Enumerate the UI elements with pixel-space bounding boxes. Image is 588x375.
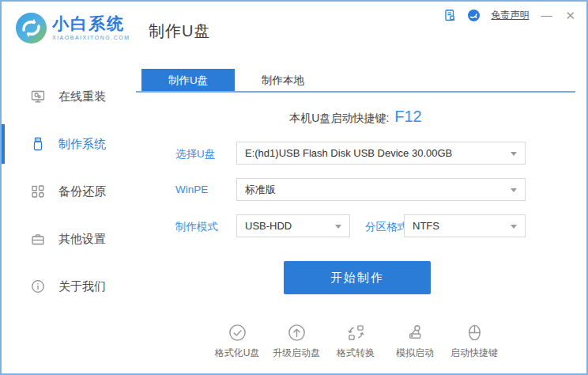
make-mode-label: 制作模式 bbox=[175, 220, 218, 234]
boot-hotkey-line: 本机U盘启动快捷键: F12 bbox=[136, 108, 575, 126]
tool-boot-hotkey[interactable]: 启动快捷键 bbox=[445, 323, 504, 360]
titlebar-controls: 免责声明 — ✕ bbox=[443, 9, 577, 22]
usb-drive-icon bbox=[30, 136, 46, 152]
tool-label: 格式转换 bbox=[337, 347, 375, 360]
brand-name: 小白系统 bbox=[52, 14, 130, 33]
close-button[interactable]: ✕ bbox=[564, 9, 577, 22]
tool-label: 格式化U盘 bbox=[215, 347, 260, 360]
start-make-button[interactable]: 开始制作 bbox=[284, 261, 431, 294]
tool-label: 模拟启动 bbox=[396, 347, 434, 360]
stamp-icon bbox=[405, 323, 425, 343]
tool-format-usb[interactable]: 格式化U盘 bbox=[208, 323, 267, 360]
partition-format-select[interactable]: NTFS bbox=[404, 214, 526, 237]
sidebar-item-online-reinstall[interactable]: 在线重装 bbox=[2, 73, 136, 120]
boot-hotkey-value: F12 bbox=[394, 108, 421, 126]
sidebar: 在线重装 制作系统 备份还原 bbox=[2, 73, 136, 310]
chevron-down-icon bbox=[511, 225, 517, 229]
boot-hotkey-label: 本机U盘启动快捷键: bbox=[289, 112, 389, 126]
tab-make-usb[interactable]: 制作U盘 bbox=[141, 69, 235, 92]
winpe-select[interactable]: 标准版 bbox=[236, 178, 526, 201]
convert-icon bbox=[346, 323, 366, 343]
usb-drive-select-value: E:(hd1)USB Flash Disk USB Device 30.00GB bbox=[245, 147, 452, 159]
sidebar-item-backup-restore[interactable]: 备份还原 bbox=[2, 168, 136, 215]
grid-icon bbox=[30, 184, 46, 199]
tool-format-convert[interactable]: 格式转换 bbox=[326, 323, 386, 360]
chevron-down-icon bbox=[335, 225, 341, 229]
chevron-down-icon bbox=[511, 188, 517, 192]
sidebar-item-label: 其他设置 bbox=[58, 232, 106, 247]
monitor-icon bbox=[30, 89, 46, 104]
usb-drive-select[interactable]: E:(hd1)USB Flash Disk USB Device 30.00GB bbox=[236, 142, 526, 165]
briefcase-icon bbox=[30, 231, 46, 247]
minimize-button[interactable]: — bbox=[539, 9, 553, 22]
winpe-label: WinPE bbox=[175, 184, 208, 195]
sidebar-item-make-system[interactable]: 制作系统 bbox=[2, 120, 136, 168]
globe-swirl-icon[interactable] bbox=[467, 9, 481, 22]
sidebar-item-label: 制作系统 bbox=[58, 137, 106, 152]
app-logo-icon bbox=[14, 11, 48, 45]
active-indicator bbox=[2, 124, 5, 164]
winpe-select-value: 标准版 bbox=[245, 183, 276, 197]
tool-label: 升级启动盘 bbox=[273, 347, 320, 360]
arrow-up-circle-icon bbox=[287, 323, 307, 343]
make-mode-select-value: USB-HDD bbox=[245, 220, 292, 232]
info-icon bbox=[30, 278, 46, 294]
tab-underline bbox=[136, 91, 575, 93]
sidebar-item-label: 关于我们 bbox=[58, 279, 106, 294]
sidebar-item-label: 在线重装 bbox=[58, 89, 106, 104]
page-title: 制作U盘 bbox=[149, 21, 210, 42]
disclaimer-link[interactable]: 免责声明 bbox=[491, 9, 529, 22]
chevron-down-icon bbox=[511, 152, 517, 156]
doc-search-icon[interactable] bbox=[443, 9, 457, 22]
partition-format-select-value: NTFS bbox=[413, 220, 439, 232]
brand-subtitle: XIAOBAIXITONG.COM bbox=[52, 35, 130, 40]
tool-label: 启动快捷键 bbox=[450, 347, 498, 360]
select-usb-label: 选择U盘 bbox=[175, 147, 215, 161]
sidebar-item-label: 备份还原 bbox=[58, 184, 106, 199]
tab-make-local[interactable]: 制作本地 bbox=[235, 69, 331, 92]
tools-row: 格式化U盘 升级启动盘 格式转换 bbox=[136, 323, 575, 360]
make-mode-select[interactable]: USB-HDD bbox=[236, 214, 350, 237]
sidebar-item-other-settings[interactable]: 其他设置 bbox=[2, 215, 136, 263]
tool-simulate-boot[interactable]: 模拟启动 bbox=[386, 323, 445, 360]
check-circle-icon bbox=[228, 323, 247, 343]
brand-block: 小白系统 XIAOBAIXITONG.COM bbox=[52, 14, 130, 40]
app-window: 免责声明 — ✕ 小白系统 XIAOBAIXITONG.COM 制作U盘 bbox=[0, 0, 588, 375]
sidebar-item-about-us[interactable]: 关于我们 bbox=[2, 263, 136, 310]
mouse-icon bbox=[465, 323, 484, 343]
tool-upgrade-bootdisk[interactable]: 升级启动盘 bbox=[267, 323, 326, 360]
partition-format-label: 分区格式 bbox=[365, 220, 408, 234]
